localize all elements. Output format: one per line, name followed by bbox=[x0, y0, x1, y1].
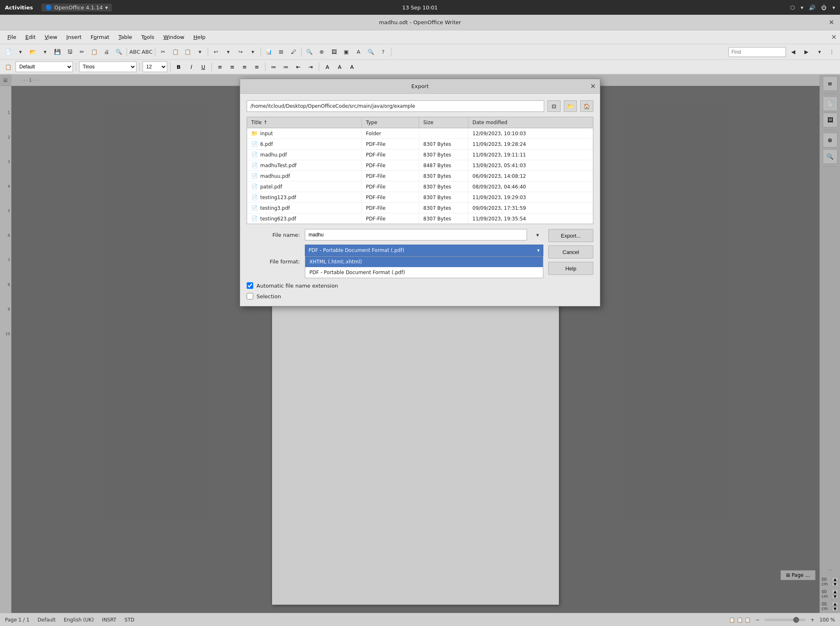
table-row[interactable]: 📄 testing123.pdf PDF-File 8307 Bytes 11/… bbox=[247, 192, 593, 203]
spellcheck-button[interactable]: ABC bbox=[129, 46, 141, 58]
chart-button[interactable]: 📊 bbox=[263, 46, 275, 58]
undo-button[interactable]: ↩ bbox=[210, 46, 222, 58]
format-option-pdf[interactable]: PDF - Portable Document Format (.pdf) bbox=[305, 267, 543, 278]
find-next-button[interactable]: ▶ bbox=[801, 46, 812, 58]
menu-insert[interactable]: Insert bbox=[62, 32, 86, 42]
app-name-button[interactable]: 🔵 OpenOffice 4.1.14 ▾ bbox=[41, 4, 112, 11]
export-button[interactable]: Export... bbox=[548, 229, 593, 242]
menu-edit[interactable]: Edit bbox=[21, 32, 40, 42]
font-select[interactable]: Tinos bbox=[79, 61, 136, 72]
format-option-xhtml[interactable]: XHTML (.html;.xhtml) bbox=[305, 256, 543, 267]
numbering-button[interactable]: ≔ bbox=[281, 61, 291, 72]
export-pdf-button[interactable]: 📋 bbox=[89, 46, 100, 58]
cut-button[interactable]: ✂ bbox=[157, 46, 169, 58]
paste-dropdown[interactable]: ▾ bbox=[194, 46, 206, 58]
autocorrect-button[interactable]: ABC bbox=[141, 46, 153, 58]
col-size[interactable]: Size bbox=[419, 117, 468, 128]
filename-label: File name: bbox=[247, 232, 300, 238]
edit-button[interactable]: ✏ bbox=[76, 46, 88, 58]
font-color-button[interactable]: A bbox=[322, 61, 333, 72]
paste-button[interactable]: 📋 bbox=[182, 46, 193, 58]
filename-input[interactable] bbox=[305, 229, 527, 240]
menu-close-button[interactable]: ✕ bbox=[831, 33, 837, 41]
navigator-button[interactable]: ⊕ bbox=[316, 46, 327, 58]
italic-button[interactable]: I bbox=[186, 61, 196, 72]
zoom-button[interactable]: 🔍 bbox=[365, 46, 377, 58]
styles-button[interactable]: 📋 bbox=[2, 61, 14, 73]
table-row[interactable]: 📄 patel.pdf PDF-File 8307 Bytes 08/09/20… bbox=[247, 181, 593, 192]
align-justify-button[interactable]: ≡ bbox=[252, 61, 262, 72]
copy-button[interactable]: 📋 bbox=[170, 46, 181, 58]
find-dropdown[interactable]: ▾ bbox=[814, 46, 825, 58]
table-row[interactable]: 📄 testing623.pdf PDF-File 8307 Bytes 11/… bbox=[247, 213, 593, 224]
selection-checkbox[interactable] bbox=[247, 293, 253, 299]
path-home-button[interactable]: 🏠 bbox=[580, 100, 593, 112]
menu-format[interactable]: Format bbox=[86, 32, 114, 42]
filename-dropdown-button[interactable]: ▾ bbox=[532, 229, 543, 240]
align-left-button[interactable]: ≡ bbox=[215, 61, 225, 72]
style-select[interactable]: Default bbox=[16, 61, 73, 72]
menu-view[interactable]: View bbox=[41, 32, 61, 42]
col-date[interactable]: Date modified bbox=[468, 117, 567, 128]
dialog-close-button[interactable]: ✕ bbox=[590, 82, 596, 90]
cancel-button[interactable]: Cancel bbox=[548, 245, 593, 259]
highlight-button[interactable]: A bbox=[334, 61, 345, 72]
image-button[interactable]: 🖼 bbox=[328, 46, 340, 58]
zoom-decrease-button[interactable]: − bbox=[756, 617, 760, 623]
table-row[interactable]: 📄 6.pdf PDF-File 8307 Bytes 11/09/2023, … bbox=[247, 139, 593, 150]
file-name-cell: 📄 madhu.pdf bbox=[247, 150, 362, 160]
path-recent-button[interactable]: ⊡ bbox=[547, 100, 561, 112]
save-remote-button[interactable]: 🖫 bbox=[64, 46, 75, 58]
menu-table[interactable]: Table bbox=[114, 32, 136, 42]
new-dropdown[interactable]: ▾ bbox=[15, 46, 26, 58]
window-close-button[interactable]: ✕ bbox=[829, 18, 834, 26]
char-highlight-button[interactable]: A bbox=[347, 61, 357, 72]
undo-dropdown[interactable]: ▾ bbox=[222, 46, 234, 58]
help-button[interactable]: Help bbox=[548, 262, 593, 275]
toolbar-extra[interactable]: ⋮ bbox=[826, 46, 838, 58]
indent-more-button[interactable]: ⇥ bbox=[305, 61, 316, 72]
zoom-increase-button[interactable]: + bbox=[810, 617, 815, 623]
align-right-button[interactable]: ≡ bbox=[239, 61, 250, 72]
col-title[interactable]: Title ↑ bbox=[247, 117, 362, 128]
table-row[interactable]: 📄 madhuTest.pdf PDF-File 8487 Bytes 13/0… bbox=[247, 160, 593, 171]
format-selected[interactable]: PDF - Portable Document Format (.pdf) ▾ bbox=[305, 245, 543, 256]
path-new-folder-button[interactable]: 📁 bbox=[564, 100, 577, 112]
find-button[interactable]: 🔍 bbox=[304, 46, 315, 58]
redo-dropdown[interactable]: ▾ bbox=[247, 46, 259, 58]
align-center-button[interactable]: ≡ bbox=[227, 61, 238, 72]
auto-extension-label: Automatic file name extension bbox=[257, 283, 338, 289]
menu-tools[interactable]: Tools bbox=[137, 32, 159, 42]
print-button[interactable]: 🖨 bbox=[101, 46, 112, 58]
print-preview-button[interactable]: 🔍 bbox=[113, 46, 125, 58]
table-button[interactable]: ⊞ bbox=[275, 46, 287, 58]
help-button[interactable]: ? bbox=[377, 46, 389, 58]
size-select[interactable]: 12 bbox=[143, 61, 167, 72]
draw-button[interactable]: 🖊 bbox=[288, 46, 299, 58]
zoom-slider[interactable] bbox=[765, 619, 806, 621]
indent-less-button[interactable]: ⇤ bbox=[293, 61, 304, 72]
underline-button[interactable]: U bbox=[198, 61, 209, 72]
save-button[interactable]: 💾 bbox=[52, 46, 63, 58]
open-dropdown[interactable]: ▾ bbox=[39, 46, 51, 58]
find-input[interactable] bbox=[729, 47, 786, 57]
open-button[interactable]: 📂 bbox=[27, 46, 39, 58]
bold-button[interactable]: B bbox=[173, 61, 184, 72]
status-style: Default bbox=[38, 617, 56, 623]
menu-help[interactable]: Help bbox=[189, 32, 210, 42]
new-button[interactable]: 📄 bbox=[2, 46, 14, 58]
table-row[interactable]: 📄 madhuu.pdf PDF-File 8307 Bytes 06/09/2… bbox=[247, 171, 593, 181]
redo-button[interactable]: ↪ bbox=[235, 46, 246, 58]
bullets-button[interactable]: ≔ bbox=[268, 61, 279, 72]
auto-extension-checkbox[interactable] bbox=[247, 282, 253, 289]
table-row[interactable]: 📁 input Folder 12/09/2023, 10:10:03 bbox=[247, 128, 593, 139]
frame-button[interactable]: ▣ bbox=[341, 46, 352, 58]
menu-file[interactable]: File bbox=[3, 32, 20, 42]
menu-window[interactable]: Window bbox=[159, 32, 188, 42]
fontwork-button[interactable]: A bbox=[353, 46, 364, 58]
col-type[interactable]: Type bbox=[362, 117, 419, 128]
find-prev-button[interactable]: ◀ bbox=[788, 46, 799, 58]
activities-button[interactable]: Activities bbox=[5, 5, 33, 11]
table-row[interactable]: 📄 madhu.pdf PDF-File 8307 Bytes 11/09/20… bbox=[247, 150, 593, 160]
table-row[interactable]: 📄 testing3.pdf PDF-File 8307 Bytes 09/09… bbox=[247, 203, 593, 213]
